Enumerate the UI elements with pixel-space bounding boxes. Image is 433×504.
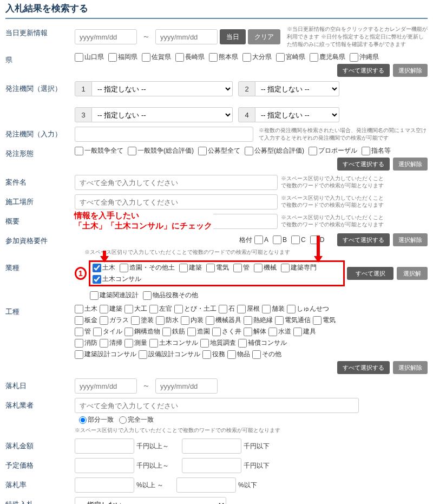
checkbox-造園[interactable] [187, 328, 196, 336]
checkbox-熱絶縁[interactable] [244, 316, 252, 325]
checkbox-電気通信[interactable] [275, 316, 284, 325]
checkbox-A[interactable] [254, 235, 263, 244]
checkbox-建築設計コンサル[interactable] [75, 350, 83, 359]
industry-select-all-button[interactable]: すべて選択する [347, 267, 393, 280]
checkbox-内装[interactable] [181, 316, 189, 325]
org-select-4[interactable]: -- 指定しない -- [255, 107, 339, 122]
bid-amount-to[interactable] [182, 438, 241, 454]
checkbox-label: 一般競争(総合評価) [137, 146, 194, 155]
checkbox-電気[interactable] [313, 316, 322, 325]
checkbox-補償コンサル[interactable] [238, 339, 247, 348]
today-button[interactable]: 当日 [220, 29, 246, 44]
checkbox-山口県[interactable] [75, 53, 83, 62]
checkbox-しゅんせつ[interactable] [287, 305, 296, 313]
checkbox-土木コンサル[interactable] [93, 275, 101, 284]
bid-rate-from[interactable] [75, 477, 134, 493]
checkbox-沖縄県[interactable] [350, 53, 358, 62]
checkbox-タイル[interactable] [93, 328, 102, 336]
checkbox-舗装[interactable] [262, 305, 271, 313]
checkbox-熊本県[interactable] [209, 53, 218, 62]
bid-rate-to[interactable] [176, 477, 236, 493]
checkbox-福岡県[interactable] [108, 53, 117, 62]
checkbox-建築専門[interactable] [281, 264, 290, 272]
worktype-select-all-button[interactable]: すべて選択する [337, 361, 390, 374]
checkbox-機械[interactable] [254, 264, 263, 272]
checkbox-水道[interactable] [268, 328, 277, 336]
checkbox-建具[interactable] [293, 328, 302, 336]
industry-deselect-button[interactable]: 選択解除 [397, 267, 428, 280]
bidder-radio-exact[interactable]: 完全一致 [119, 415, 154, 424]
checkbox-建築関連設計[interactable] [90, 291, 99, 300]
checkbox-石[interactable] [219, 305, 227, 313]
checkbox-ガラス[interactable] [100, 316, 108, 325]
checkbox-建築[interactable] [100, 305, 108, 313]
checkbox-大工[interactable] [124, 305, 133, 313]
checkbox-造園・その他土[interactable] [120, 264, 128, 272]
checkbox-地質調査[interactable] [200, 339, 209, 348]
checkbox-清掃[interactable] [100, 339, 108, 348]
checkbox-測量[interactable] [124, 339, 133, 348]
checkbox-鹿児島県[interactable] [310, 53, 318, 62]
checkbox-物品役務その他[interactable] [143, 291, 152, 300]
checkbox-長崎県[interactable] [175, 53, 184, 62]
checkbox-その他[interactable] [252, 350, 261, 359]
checkbox-一般競争全て[interactable] [75, 147, 83, 155]
checkbox-一般競争(総合評価)[interactable] [128, 147, 136, 155]
checkbox-B[interactable] [273, 235, 281, 244]
checkbox-解体[interactable] [244, 328, 252, 336]
checkbox-防水[interactable] [156, 316, 165, 325]
checkbox-屋根[interactable] [237, 305, 246, 313]
checkbox-宮崎県[interactable] [276, 53, 285, 62]
qual-select-all-button[interactable]: すべて選択する [337, 233, 390, 246]
checkbox-建築[interactable] [179, 264, 188, 272]
checkbox-C[interactable] [291, 235, 300, 244]
pref-deselect-button[interactable]: 選択解除 [393, 64, 428, 77]
checkbox-公募型全て[interactable] [198, 147, 207, 155]
bid-amount-from[interactable] [75, 438, 134, 454]
place-input[interactable] [75, 194, 278, 210]
est-price-to[interactable] [182, 458, 241, 473]
checkbox-鉄筋[interactable] [162, 328, 171, 336]
checkbox-土木[interactable] [93, 264, 101, 272]
form-deselect-button[interactable]: 選択解除 [393, 158, 428, 171]
qual-deselect-button[interactable]: 選択解除 [393, 233, 428, 246]
checkbox-大分県[interactable] [242, 53, 251, 62]
checkbox-指名等[interactable] [362, 147, 370, 155]
checkbox-公募型(総合評価)[interactable] [245, 147, 253, 155]
update-date-from[interactable] [75, 29, 137, 44]
checkbox-さく井[interactable] [212, 328, 221, 336]
checkbox-土木コンサル[interactable] [149, 339, 158, 348]
org-select-3[interactable]: -- 指定しない -- [92, 107, 233, 122]
bidder-input[interactable] [75, 398, 359, 413]
case-input[interactable] [75, 175, 278, 190]
checkbox-機械器具[interactable] [206, 316, 214, 325]
pref-select-all-button[interactable]: すべて選択する [337, 64, 390, 77]
checkbox-管[interactable] [75, 328, 83, 336]
checkbox-管[interactable] [233, 264, 242, 272]
checkbox-物品[interactable] [227, 350, 236, 359]
checkbox-設備設計コンサル[interactable] [139, 350, 147, 359]
org-select-1[interactable]: -- 指定しない -- [92, 81, 233, 96]
worktype-deselect-button[interactable]: 選択解除 [393, 361, 428, 374]
form-select-all-button[interactable]: すべて選択する [337, 158, 390, 171]
checkbox-左官[interactable] [149, 305, 158, 313]
checkbox-電気[interactable] [206, 264, 215, 272]
clear-button[interactable]: クリア [248, 29, 280, 44]
special-select[interactable]: -- 指定しない -- [75, 497, 226, 504]
checkbox-鋼構造物[interactable] [124, 328, 133, 336]
update-date-to[interactable] [155, 29, 218, 44]
checkbox-とび・土工[interactable] [174, 305, 183, 313]
checkbox-プロポーザル[interactable] [309, 147, 317, 155]
bid-date-from[interactable] [75, 378, 137, 394]
bidder-radio-partial[interactable]: 部分一致 [79, 415, 114, 424]
checkbox-土木[interactable] [75, 305, 83, 313]
checkbox-塗装[interactable] [131, 316, 140, 325]
est-price-from[interactable] [75, 458, 134, 473]
org-select-2[interactable]: -- 指定しない -- [255, 81, 339, 96]
org-input[interactable] [75, 127, 253, 142]
checkbox-板金[interactable] [75, 316, 83, 325]
checkbox-佐賀県[interactable] [142, 53, 150, 62]
bid-date-to[interactable] [155, 378, 218, 394]
checkbox-役務[interactable] [202, 350, 211, 359]
checkbox-消防[interactable] [75, 339, 83, 348]
